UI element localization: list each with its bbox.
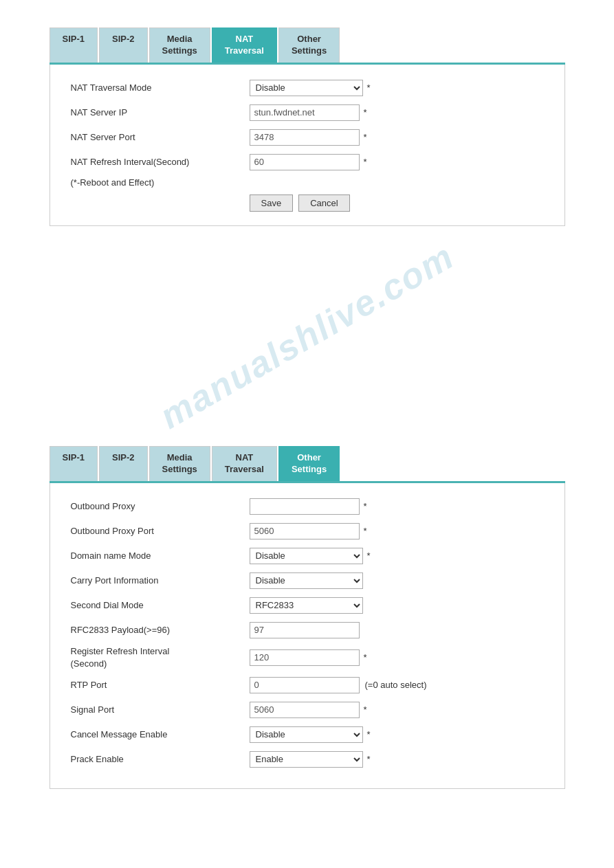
row-domain-name-mode: Domain name Mode Disable Enable * — [71, 546, 544, 566]
save-button-s1[interactable]: Save — [250, 194, 294, 212]
label-rfc2833-payload: RFC2833 Payload(>=96) — [71, 625, 250, 635]
input-outbound-proxy[interactable] — [250, 498, 360, 515]
content-section1: NAT Traversal Mode Disable STUN UPnP * N… — [50, 65, 565, 226]
label-cancel-message-enable: Cancel Message Enable — [71, 729, 250, 739]
row-cancel-message-enable: Cancel Message Enable Disable Enable * — [71, 725, 544, 744]
label-nat-server-ip: NAT Server IP — [71, 107, 250, 118]
tab-nat-s2[interactable]: NATTraversal — [212, 446, 277, 481]
required-outbound-proxy-port: * — [364, 526, 367, 536]
input-nat-server-ip[interactable] — [250, 104, 360, 121]
select-domain-name-mode[interactable]: Disable Enable — [250, 548, 363, 564]
row-register-refresh: Register Refresh Interval(Second) * — [71, 645, 544, 670]
label-nat-server-port: NAT Server Port — [71, 132, 250, 142]
row-carry-port-info: Carry Port Information Disable Enable — [71, 571, 544, 590]
row-outbound-proxy-port: Outbound Proxy Port * — [71, 522, 544, 541]
select-prack-enable[interactable]: Enable Disable — [250, 751, 363, 768]
label-nat-refresh: NAT Refresh Interval(Second) — [71, 157, 250, 167]
label-carry-port-info: Carry Port Information — [71, 575, 250, 586]
select-cancel-message-enable[interactable]: Disable Enable — [250, 726, 363, 743]
label-outbound-proxy-port: Outbound Proxy Port — [71, 526, 250, 536]
label-nat-traversal-mode: NAT Traversal Mode — [71, 82, 250, 93]
tab-sip1-s1[interactable]: SIP-1 — [50, 27, 98, 63]
tab-other-s1[interactable]: OtherSettings — [278, 27, 340, 63]
select-second-dial-mode[interactable]: RFC2833 INFO Inband — [250, 597, 363, 614]
select-nat-traversal-mode[interactable]: Disable STUN UPnP — [250, 80, 363, 96]
required-cancel-message-enable: * — [367, 729, 371, 739]
required-prack-enable: * — [367, 754, 371, 764]
tab-sip2-s1[interactable]: SIP-2 — [99, 27, 148, 63]
content-section2: Outbound Proxy * Outbound Proxy Port * D… — [50, 483, 565, 789]
required-outbound-proxy: * — [364, 501, 367, 511]
note-reboot: (*-Reboot and Effect) — [71, 177, 544, 188]
tab-sip2-s2[interactable]: SIP-2 — [99, 446, 148, 481]
input-rtp-port[interactable] — [250, 677, 360, 693]
label-domain-name-mode: Domain name Mode — [71, 550, 250, 561]
label-rtp-port: RTP Port — [71, 680, 250, 690]
section1-wrapper: SIP-1 SIP-2 MediaSettings NATTraversal O… — [50, 27, 565, 226]
row-nat-refresh: NAT Refresh Interval(Second) * — [71, 153, 544, 172]
required-domain-name-mode: * — [367, 550, 371, 561]
select-carry-port-info[interactable]: Disable Enable — [250, 572, 363, 589]
row-prack-enable: Prack Enable Enable Disable * — [71, 750, 544, 769]
input-signal-port[interactable] — [250, 702, 360, 718]
watermark-text: manualshlive.com — [153, 235, 461, 436]
tab-bar-section2: SIP-1 SIP-2 MediaSettings NATTraversal O… — [50, 446, 565, 483]
row-signal-port: Signal Port * — [71, 700, 544, 720]
tab-media-s2[interactable]: MediaSettings — [149, 446, 210, 481]
tab-nat-s1[interactable]: NATTraversal — [212, 27, 277, 63]
label-register-refresh: Register Refresh Interval(Second) — [71, 645, 250, 670]
button-row-section1: Save Cancel — [71, 194, 544, 212]
tab-media-s1[interactable]: MediaSettings — [149, 27, 210, 63]
tab-other-s2[interactable]: OtherSettings — [278, 446, 340, 481]
input-rfc2833-payload[interactable] — [250, 622, 360, 638]
row-nat-server-ip: NAT Server IP * — [71, 103, 544, 122]
input-outbound-proxy-port[interactable] — [250, 523, 360, 539]
label-signal-port: Signal Port — [71, 704, 250, 715]
label-second-dial-mode: Second Dial Mode — [71, 600, 250, 610]
row-second-dial-mode: Second Dial Mode RFC2833 INFO Inband — [71, 596, 544, 615]
tab-sip1-s2[interactable]: SIP-1 — [50, 446, 98, 481]
tab-bar-section1: SIP-1 SIP-2 MediaSettings NATTraversal O… — [50, 27, 565, 65]
required-signal-port: * — [364, 704, 367, 715]
required-nat-refresh: * — [364, 157, 367, 167]
cancel-button-s1[interactable]: Cancel — [298, 194, 349, 212]
label-outbound-proxy: Outbound Proxy — [71, 501, 250, 511]
section2-wrapper: SIP-1 SIP-2 MediaSettings NATTraversal O… — [50, 446, 565, 789]
hint-rtp-port: (=0 auto select) — [365, 680, 427, 690]
required-nat-server-port: * — [364, 132, 367, 142]
required-register-refresh: * — [364, 652, 367, 663]
row-nat-traversal-mode: NAT Traversal Mode Disable STUN UPnP * — [71, 78, 544, 98]
row-rfc2833-payload: RFC2833 Payload(>=96) — [71, 621, 544, 640]
row-outbound-proxy: Outbound Proxy * — [71, 497, 544, 516]
row-rtp-port: RTP Port (=0 auto select) — [71, 676, 544, 695]
row-nat-server-port: NAT Server Port * — [71, 128, 544, 147]
required-nat-traversal-mode: * — [367, 82, 371, 93]
required-nat-server-ip: * — [364, 107, 367, 118]
input-nat-server-port[interactable] — [250, 129, 360, 146]
watermark-area: manualshlive.com — [14, 240, 600, 432]
label-prack-enable: Prack Enable — [71, 754, 250, 764]
input-nat-refresh[interactable] — [250, 154, 360, 170]
input-register-refresh[interactable] — [250, 649, 360, 666]
